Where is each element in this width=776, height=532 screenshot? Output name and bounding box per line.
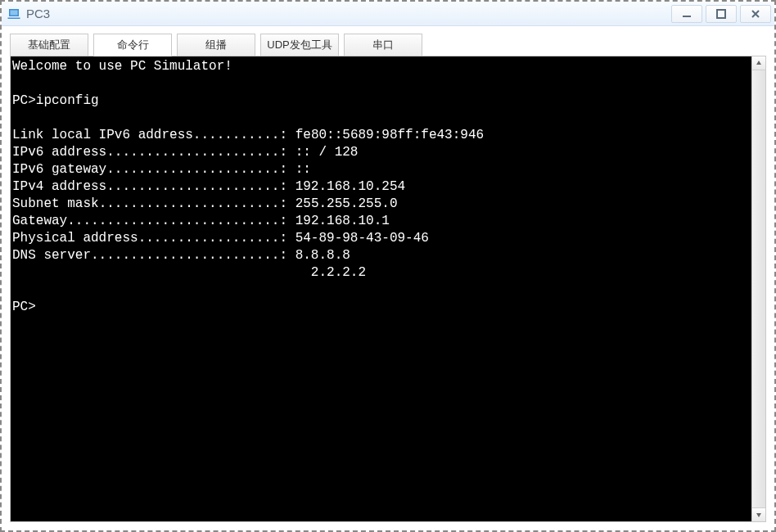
cfg-line-label: IPv6 address [12, 145, 106, 160]
scroll-track[interactable] [752, 70, 765, 507]
cfg-line-value: 192.168.10.1 [296, 214, 390, 228]
cfg-line-value: :: / 128 [296, 145, 359, 160]
tab-serial[interactable]: 串口 [344, 34, 422, 56]
tab-bar: 基础配置 命令行 组播 UDP发包工具 串口 [10, 33, 766, 56]
titlebar: PC3 [2, 2, 774, 26]
cfg-line-label: IPv6 gateway [12, 162, 106, 177]
terminal-prompt: PC> [12, 300, 36, 314]
vertical-scrollbar[interactable] [751, 56, 765, 521]
cfg-line-value: 54-89-98-43-09-46 [296, 231, 429, 246]
svg-rect-0 [683, 16, 691, 17]
close-button[interactable] [740, 5, 771, 23]
tab-multicast[interactable]: 组播 [177, 34, 255, 56]
svg-rect-1 [717, 10, 725, 18]
cfg-line-value: 192.168.10.254 [296, 179, 405, 194]
window-title: PC3 [26, 7, 668, 20]
terminal-container: Welcome to use PC Simulator! PC>ipconfig… [10, 56, 766, 522]
cfg-line-value: :: [296, 162, 311, 177]
terminal-prompt: PC> [12, 93, 36, 108]
cfg-line-value: 255.255.255.0 [296, 196, 398, 211]
cfg-line-label: Gateway [12, 214, 67, 228]
app-icon [7, 7, 21, 21]
tab-command-line[interactable]: 命令行 [93, 34, 172, 56]
cfg-line-label: DNS server [12, 248, 91, 263]
cfg-line-label: Link local IPv6 address [12, 128, 193, 142]
client-area: 基础配置 命令行 组播 UDP发包工具 串口 Welcome to use PC… [2, 26, 774, 530]
terminal-command: ipconfig [36, 93, 99, 108]
tab-udp-tool[interactable]: UDP发包工具 [260, 34, 339, 56]
maximize-button[interactable] [706, 5, 737, 23]
cfg-line-value: fe80::5689:98ff:fe43:946 [296, 128, 484, 142]
cfg-line-label: Physical address [12, 231, 138, 246]
terminal-output[interactable]: Welcome to use PC Simulator! PC>ipconfig… [11, 56, 765, 318]
cfg-line-value: 8.8.8.8 [296, 248, 350, 263]
app-window: PC3 基础配置 命令行 组播 UDP发包工具 串口 Welcome to us… [2, 2, 774, 530]
cfg-line-value: 2.2.2.2 [311, 265, 366, 280]
scroll-up-button[interactable] [752, 56, 765, 70]
tab-basic-config[interactable]: 基础配置 [10, 34, 88, 56]
cfg-line-label: Subnet mask [12, 196, 99, 211]
minimize-button[interactable] [671, 5, 702, 23]
scroll-down-button[interactable] [752, 507, 765, 521]
cfg-line-label: IPv4 address [12, 179, 106, 194]
terminal-welcome: Welcome to use PC Simulator! [12, 59, 232, 74]
window-controls [668, 5, 771, 23]
